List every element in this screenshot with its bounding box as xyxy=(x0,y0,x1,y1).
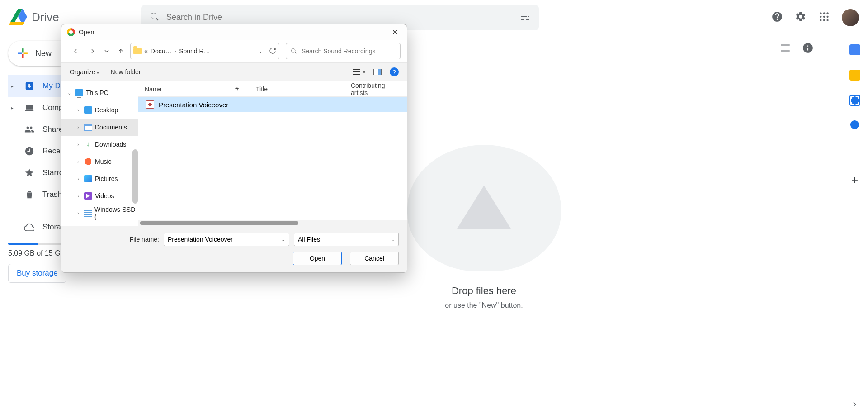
col-title[interactable]: Title xyxy=(250,86,344,93)
collapse-panel-icon[interactable]: › xyxy=(853,398,856,410)
nav-forward-button[interactable] xyxy=(85,43,100,59)
nav-back-button[interactable] xyxy=(68,43,83,59)
tree-scrollbar[interactable] xyxy=(132,149,138,204)
close-button[interactable]: ✕ xyxy=(388,28,401,37)
filename-value: Presentation Voiceover xyxy=(168,236,233,243)
svg-point-0 xyxy=(820,12,821,14)
nav-label: Trash xyxy=(42,190,62,199)
keep-icon[interactable] xyxy=(849,70,860,81)
dialog-footer: File name: Presentation Voiceover ⌄ All … xyxy=(61,226,407,272)
account-avatar[interactable] xyxy=(842,9,859,26)
file-list: Name˄ # Title Contributing artists Prese… xyxy=(138,81,407,226)
list-hscrollbar[interactable] xyxy=(138,220,407,226)
buy-storage-button[interactable]: Buy storage xyxy=(8,264,66,283)
col-contrib[interactable]: Contributing artists xyxy=(344,82,407,96)
settings-icon[interactable] xyxy=(795,11,807,24)
tree-ssd[interactable]: ›Windows-SSD ( xyxy=(61,205,138,222)
drop-illustration xyxy=(407,145,561,271)
search-filter-icon[interactable] xyxy=(520,11,531,24)
address-bar[interactable]: « Docu… › Sound R… ⌄ xyxy=(130,43,279,59)
refresh-icon[interactable] xyxy=(269,47,276,56)
chrome-icon xyxy=(67,28,75,36)
tree-downloads[interactable]: ›↓Downloads xyxy=(61,136,138,153)
dialog-titlebar: Open ✕ xyxy=(61,24,407,40)
file-row[interactable]: Presentation Voiceover xyxy=(138,97,407,112)
svg-point-3 xyxy=(820,15,821,17)
filter-value: All Files xyxy=(298,236,320,243)
folder-icon xyxy=(133,48,142,54)
new-button-label: New xyxy=(35,49,52,58)
drop-subtitle: or use the "New" button. xyxy=(407,301,561,309)
drive-header-actions xyxy=(771,9,859,26)
breadcrumb-part[interactable]: Docu… xyxy=(151,48,172,55)
svg-point-6 xyxy=(820,19,821,21)
drop-zone: Drop files here or use the "New" button. xyxy=(407,145,561,309)
drive-search-input[interactable] xyxy=(166,13,520,22)
drop-title: Drop files here xyxy=(407,285,561,297)
col-name[interactable]: Name˄ xyxy=(138,86,229,93)
file-open-dialog: Open ✕ « Docu… › Sound R… ⌄ Organize New… xyxy=(61,24,407,273)
filename-input[interactable]: Presentation Voiceover ⌄ xyxy=(164,233,289,246)
dialog-nav-row: « Docu… › Sound R… ⌄ xyxy=(61,40,407,62)
file-type-filter[interactable]: All Files ⌄ xyxy=(294,233,399,246)
svg-point-7 xyxy=(823,19,825,21)
calendar-icon[interactable] xyxy=(849,44,860,55)
svg-point-1 xyxy=(823,12,825,14)
preview-pane-button[interactable] xyxy=(373,69,382,75)
svg-point-4 xyxy=(823,15,825,17)
contacts-icon[interactable] xyxy=(849,120,860,131)
breadcrumb-part[interactable]: Sound R… xyxy=(179,48,210,55)
breadcrumb-ellipsis[interactable]: « xyxy=(144,48,148,55)
dialog-title: Open xyxy=(79,29,94,36)
side-panel: + › xyxy=(841,35,868,419)
folder-tree: ⌄This PC ›Desktop ›Documents ›↓Downloads… xyxy=(61,81,138,226)
nav-up-button[interactable] xyxy=(113,43,128,59)
search-icon xyxy=(149,11,160,24)
tree-music[interactable]: ›Music xyxy=(61,153,138,170)
new-folder-button[interactable]: New folder xyxy=(111,68,141,76)
tree-desktop[interactable]: ›Desktop xyxy=(61,101,138,119)
drive-logo-icon xyxy=(9,8,27,28)
dialog-search[interactable] xyxy=(286,43,401,59)
tree-documents[interactable]: ›Documents xyxy=(61,119,138,136)
list-view-icon[interactable] xyxy=(779,42,791,56)
tree-this-pc[interactable]: ⌄This PC xyxy=(61,84,138,101)
breadcrumb-separator: › xyxy=(174,48,176,55)
dialog-search-input[interactable] xyxy=(302,48,396,55)
tree-videos[interactable]: ›Videos xyxy=(61,187,138,205)
drive-app-title: Drive xyxy=(32,10,59,24)
svg-point-8 xyxy=(826,19,828,21)
svg-point-9 xyxy=(292,49,295,52)
column-headers: Name˄ # Title Contributing artists xyxy=(138,81,407,97)
add-addon-icon[interactable]: + xyxy=(851,173,858,187)
filter-dropdown-icon[interactable]: ⌄ xyxy=(391,237,395,243)
tasks-icon[interactable] xyxy=(849,95,860,106)
cancel-button[interactable]: Cancel xyxy=(350,252,399,265)
file-name: Presentation Voiceover xyxy=(159,101,228,109)
dialog-toolbar: Organize New folder ▾ ? xyxy=(61,62,407,81)
svg-point-5 xyxy=(826,15,828,17)
organize-menu[interactable]: Organize xyxy=(70,68,99,76)
open-button[interactable]: Open xyxy=(293,252,342,265)
help-icon[interactable] xyxy=(771,11,783,24)
nav-recent-dropdown[interactable] xyxy=(102,43,111,59)
dialog-help-icon[interactable]: ? xyxy=(390,67,399,76)
tree-pictures[interactable]: ›Pictures xyxy=(61,170,138,187)
svg-point-2 xyxy=(826,12,828,14)
view-mode-button[interactable]: ▾ xyxy=(353,69,365,75)
col-number[interactable]: # xyxy=(229,86,250,93)
address-dropdown-icon[interactable]: ⌄ xyxy=(259,48,263,54)
filename-label: File name: xyxy=(130,236,159,243)
filename-dropdown-icon[interactable]: ⌄ xyxy=(281,237,285,243)
details-icon[interactable] xyxy=(802,42,814,56)
audio-file-icon xyxy=(146,100,154,109)
apps-icon[interactable] xyxy=(818,11,830,24)
